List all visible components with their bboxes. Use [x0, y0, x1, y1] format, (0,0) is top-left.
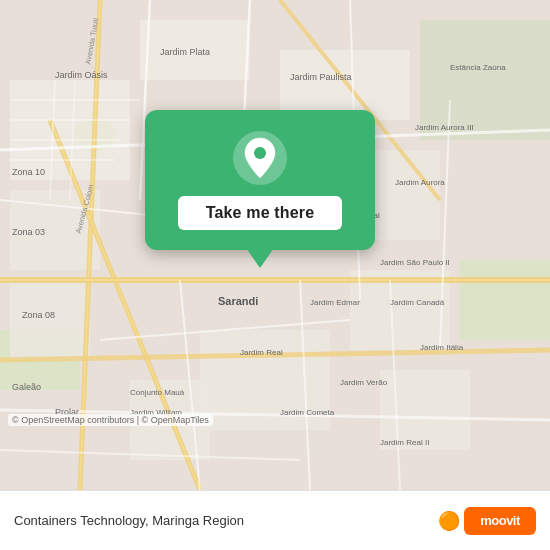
- svg-text:Jardim Aurora: Jardim Aurora: [395, 178, 445, 187]
- svg-text:Galeão: Galeão: [12, 382, 41, 392]
- svg-text:Jardim Edmar: Jardim Edmar: [310, 298, 360, 307]
- svg-text:Zona 08: Zona 08: [22, 310, 55, 320]
- svg-rect-4: [460, 260, 550, 340]
- svg-text:Estância Zaúna: Estância Zaúna: [450, 63, 506, 72]
- svg-text:Jardim Real: Jardim Real: [240, 348, 283, 357]
- svg-text:Conjunto Mauá: Conjunto Mauá: [130, 388, 185, 397]
- svg-text:Sarandi: Sarandi: [218, 295, 258, 307]
- svg-rect-3: [420, 20, 550, 140]
- svg-text:Jardim Plata: Jardim Plata: [160, 47, 210, 57]
- svg-text:Zona 10: Zona 10: [12, 167, 45, 177]
- svg-text:Jardim Paulista: Jardim Paulista: [290, 72, 352, 82]
- map-container: Jardim Oásis Jardim Plata Jardim Paulist…: [0, 0, 550, 490]
- svg-text:Jardim Aurora III: Jardim Aurora III: [415, 123, 474, 132]
- location-pin-icon: [232, 130, 288, 186]
- svg-text:Jardim Oásis: Jardim Oásis: [55, 70, 108, 80]
- svg-text:Jardim Verão: Jardim Verão: [340, 378, 388, 387]
- svg-point-67: [254, 147, 266, 159]
- moovit-logo: 🟠 moovit: [438, 507, 536, 535]
- svg-text:Zona 03: Zona 03: [12, 227, 45, 237]
- svg-text:Jardim Canadá: Jardim Canadá: [390, 298, 445, 307]
- svg-text:Jardim São Paulo II: Jardim São Paulo II: [380, 258, 450, 267]
- svg-text:Jardim Real II: Jardim Real II: [380, 438, 429, 447]
- svg-text:Jardim Itália: Jardim Itália: [420, 343, 464, 352]
- bottom-bar: Containers Technology, Maringa Region 🟠 …: [0, 490, 550, 550]
- take-me-there-button[interactable]: Take me there: [178, 196, 343, 230]
- location-popup: Take me there: [145, 110, 375, 250]
- svg-rect-7: [10, 280, 90, 360]
- location-label: Containers Technology, Maringa Region: [14, 513, 438, 528]
- svg-text:Jardim Cometa: Jardim Cometa: [280, 408, 335, 417]
- moovit-logo-text: moovit: [464, 507, 536, 535]
- moovit-smiley-icon: 🟠: [438, 510, 460, 532]
- map-attribution: © OpenStreetMap contributors | © OpenMap…: [8, 414, 213, 426]
